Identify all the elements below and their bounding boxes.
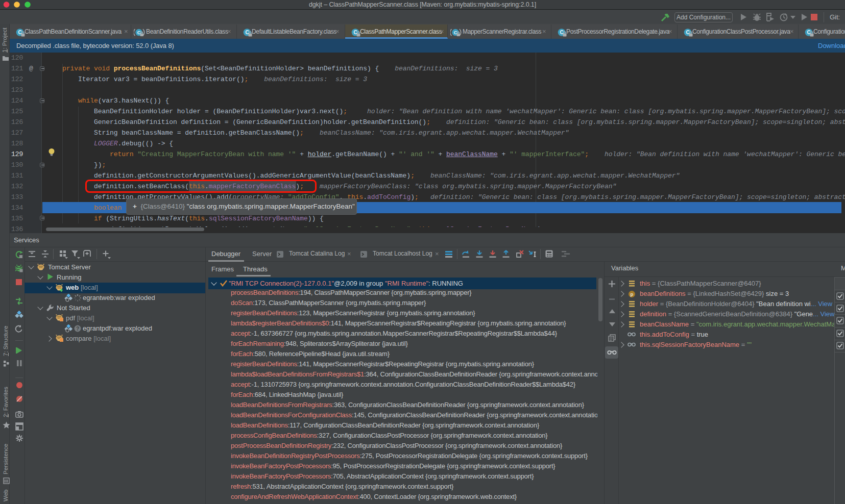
- svg-text:?: ?: [76, 326, 79, 332]
- svg-text:p: p: [631, 291, 634, 297]
